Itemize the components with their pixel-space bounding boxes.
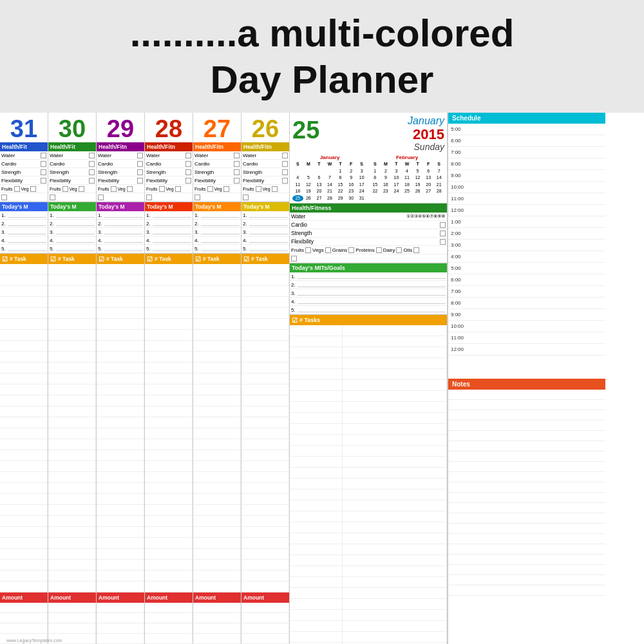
task-row xyxy=(0,494,48,505)
day-col-30: 30 Health/Fit Water Cardio Strength Flex… xyxy=(48,113,97,644)
health-bar-25: Health/Fitness xyxy=(290,204,447,213)
day-number-27: 27 xyxy=(193,113,241,142)
sched-row-8pm: 8:00 xyxy=(448,298,605,309)
task-row xyxy=(0,560,48,571)
strength-check-31[interactable] xyxy=(41,169,46,175)
page-title: ..........a multi-colored Day Planner xyxy=(130,10,515,103)
feb-cal-title: February xyxy=(370,155,444,160)
health-bar-29: Health/Fitn xyxy=(97,142,144,151)
sched-row-2pm: 2:00 xyxy=(448,228,605,240)
task-row xyxy=(0,330,48,341)
notes-row xyxy=(448,503,605,513)
day-col-27: 27 Health/Fitn Water Cardio Strength Fle… xyxy=(193,113,242,644)
sched-row-3pm: 3:00 xyxy=(448,240,605,251)
mit-1-31: 1. xyxy=(0,211,48,220)
notes-rows xyxy=(448,390,605,645)
mit-5-31: 5. xyxy=(0,245,48,253)
sched-row-6pm: 6:00 xyxy=(448,274,605,286)
expense-row xyxy=(0,623,48,634)
dayofweek-display: Sunday xyxy=(408,142,444,152)
sched-row-10pm: 10:00 xyxy=(448,321,605,332)
jan-cal-title: January xyxy=(292,155,367,160)
task-row xyxy=(0,341,48,352)
notes-row xyxy=(448,575,605,585)
task-row xyxy=(0,384,48,395)
notes-row xyxy=(448,554,605,565)
water-check-31[interactable] xyxy=(41,153,46,158)
task-row xyxy=(0,450,48,461)
flex-check-31[interactable] xyxy=(41,178,46,184)
day-col-29: 29 Health/Fitn Water Cardio Strength Fle… xyxy=(97,113,145,644)
day-number-28: 28 xyxy=(145,113,193,142)
task-row xyxy=(0,319,48,330)
feb-mini-cal: February SMTWTFS 1234567 891011121314 15… xyxy=(370,155,444,202)
health-bar-28: Health/Fitn xyxy=(145,142,193,151)
sched-row-7pm: 7:00 xyxy=(448,286,605,298)
notes-row xyxy=(448,565,605,575)
sched-row-9am: 9:00 xyxy=(448,170,605,182)
schedule-rows: 5:00 6:00 7:00 8:00 9:00 10:00 11:00 12:… xyxy=(448,124,605,379)
day-number-31: 31 xyxy=(0,113,48,142)
sched-row-4pm: 4:00 xyxy=(448,251,605,263)
task-row xyxy=(0,352,48,363)
health-bar-31: Health/Fit xyxy=(0,142,48,151)
right-panel: Schedule 5:00 6:00 7:00 8:00 9:00 10:00 … xyxy=(448,113,605,644)
sched-row-11am: 11:00 xyxy=(448,193,605,205)
notes-header: Notes xyxy=(448,379,605,390)
watermark: www.LegacyTemplates.com xyxy=(6,638,62,643)
day-col-26: 26 Health/Fitn Water Cardio Strength Fle… xyxy=(242,113,290,644)
task-row xyxy=(0,417,48,428)
mit-section-31: 1. 2. 3. 4. 5. xyxy=(0,211,48,254)
task-row xyxy=(0,582,48,592)
cardio-check-31[interactable] xyxy=(41,161,46,167)
sched-row-12pm: 12:00 xyxy=(448,205,605,216)
notes-row xyxy=(448,462,605,472)
expense-row xyxy=(0,613,48,623)
notes-row xyxy=(448,451,605,462)
title-line2: Day Planner xyxy=(130,57,515,103)
task-row xyxy=(0,308,48,319)
tasks-bar-31: ☑ # Task xyxy=(0,254,48,264)
notes-row xyxy=(448,513,605,524)
task-row xyxy=(0,538,48,549)
cardio-row-31: Cardio xyxy=(0,160,48,168)
year-display: 2015 xyxy=(413,126,444,142)
amount-bar-31: Amount xyxy=(0,592,48,603)
notes-row xyxy=(448,390,605,400)
task-row xyxy=(0,406,48,417)
sched-row-10am: 10:00 xyxy=(448,182,605,193)
task-row xyxy=(0,483,48,494)
day-number-25: 25 xyxy=(292,114,319,144)
health-section-30: Water Cardio Strength Flexibility Fruits… xyxy=(48,151,96,202)
mit-3-31: 3. xyxy=(0,228,48,236)
task-row xyxy=(0,549,48,560)
notes-row xyxy=(448,493,605,503)
day-number-30: 30 xyxy=(48,113,96,142)
sched-row-9pm: 9:00 xyxy=(448,309,605,321)
notes-row xyxy=(448,410,605,421)
notes-row xyxy=(448,534,605,544)
expense-row xyxy=(0,603,48,613)
task-row xyxy=(0,374,48,384)
day-col-28: 28 Health/Fitn Water Cardio Strength Fle… xyxy=(145,113,193,644)
sched-row-8am: 8:00 xyxy=(448,158,605,170)
sched-row-5am: 5:00 xyxy=(448,124,605,135)
task-row xyxy=(0,395,48,406)
task-row xyxy=(0,472,48,483)
health-bar-27: Health/Fitn xyxy=(193,142,241,151)
notes-row xyxy=(448,472,605,482)
feb-cal-grid: SMTWTFS 1234567 891011121314 15161718192… xyxy=(370,161,444,195)
mit-2-31: 2. xyxy=(0,220,48,228)
sched-row-11pm: 11:00 xyxy=(448,332,605,344)
notes-row xyxy=(448,421,605,431)
mit-header-31: Today's M xyxy=(0,202,48,211)
title-line1: ..........a multi-colored xyxy=(130,10,515,57)
health-bar-26: Health/Fitn xyxy=(242,142,289,151)
mini-calendars: January SMTWTFS 123 45678910 11121314151… xyxy=(290,153,447,204)
fruits-check-31[interactable] xyxy=(14,186,20,192)
month-name: January xyxy=(408,115,444,127)
sched-row-6am: 6:00 xyxy=(448,135,605,147)
sched-row-7am: 7:00 xyxy=(448,147,605,158)
veg-check-31[interactable] xyxy=(30,186,36,192)
day-number-26: 26 xyxy=(242,113,289,142)
